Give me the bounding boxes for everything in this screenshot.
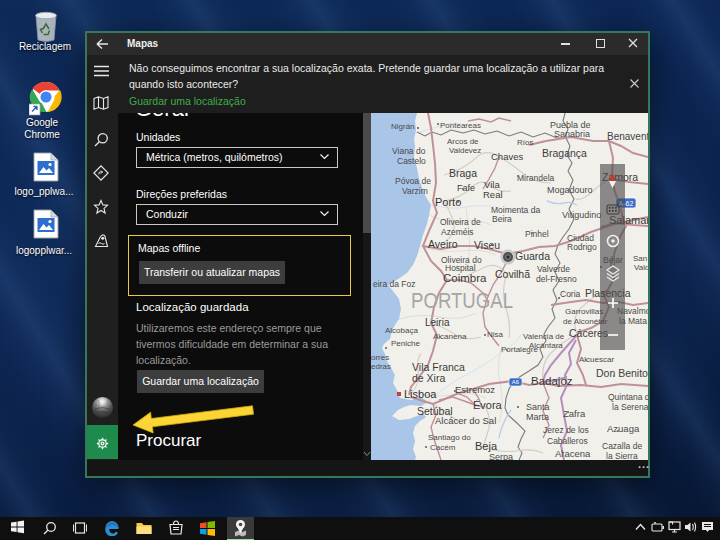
svg-text:Azeméis: Azeméis	[441, 227, 474, 237]
svg-text:Vitigudino: Vitigudino	[562, 210, 601, 220]
svg-text:Alcácer do Sal: Alcácer do Sal	[435, 415, 496, 426]
svg-text:Aveiro: Aveiro	[428, 238, 458, 250]
svg-text:Benavente: Benavente	[607, 131, 648, 142]
svg-text:Alcuescar: Alcuescar	[579, 355, 614, 364]
svg-text:Viseu: Viseu	[474, 239, 500, 251]
svg-text:Fafe: Fafe	[457, 183, 475, 193]
svg-text:Estremoz: Estremoz	[455, 384, 495, 395]
svg-text:Cazalla de: Cazalla de	[602, 441, 642, 451]
svg-text:Beja: Beja	[475, 440, 498, 452]
svg-text:Ríos: Ríos	[517, 138, 533, 147]
svg-text:Chaves: Chaves	[491, 151, 523, 162]
svg-text:Santiago do: Santiago do	[428, 433, 471, 442]
svg-text:Ponteareas: Ponteareas	[440, 121, 481, 130]
svg-text:Peniche: Peniche	[391, 339, 420, 348]
svg-text:Valverde: Valverde	[537, 264, 570, 274]
svg-text:Quintana de: Quintana de	[608, 392, 648, 402]
svg-text:orres: orres	[371, 353, 389, 362]
svg-text:Guarda: Guarda	[515, 250, 550, 262]
svg-text:Castelo: Castelo	[397, 156, 426, 166]
svg-text:San M: San M	[633, 254, 648, 263]
svg-text:Évora: Évora	[473, 399, 503, 411]
svg-text:Alcobaça: Alcobaça	[385, 326, 418, 335]
svg-text:Marta: Marta	[526, 412, 549, 422]
svg-text:Varzim: Varzim	[402, 186, 428, 196]
svg-text:Viana do: Viana do	[392, 146, 426, 156]
svg-text:la Sierra: la Sierra	[606, 451, 638, 460]
svg-text:Real: Real	[483, 189, 503, 200]
svg-text:Cacém: Cacém	[430, 443, 456, 452]
svg-text:Badajoz: Badajoz	[531, 375, 573, 387]
svg-text:Valdevez: Valdevez	[449, 146, 481, 155]
svg-text:Pinhel: Pinhel	[525, 229, 549, 239]
svg-text:Covilhã: Covilhã	[495, 268, 530, 280]
svg-text:Serpa: Serpa	[489, 452, 513, 460]
svg-text:eira da Foz: eira da Foz	[373, 279, 416, 289]
svg-text:Garrovillas: Garrovillas	[565, 307, 603, 316]
svg-text:Valencia de: Valencia de	[523, 332, 565, 341]
svg-text:Santa: Santa	[526, 402, 550, 412]
svg-text:Mirandela: Mirandela	[517, 173, 555, 183]
svg-text:Coria: Coria	[560, 289, 581, 299]
svg-text:del-Fresno: del-Fresno	[536, 274, 577, 284]
svg-text:Arcos de: Arcos de	[447, 137, 479, 146]
svg-text:Oliveira de: Oliveira de	[440, 217, 481, 227]
svg-text:Caballeros: Caballeros	[547, 436, 588, 446]
svg-text:edras: edras	[371, 362, 391, 371]
svg-text:A6: A6	[512, 379, 520, 385]
svg-text:Beira: Beira	[492, 214, 512, 224]
svg-text:Coimbra: Coimbra	[443, 272, 487, 284]
svg-text:Rodrigo: Rodrigo	[567, 242, 597, 252]
svg-text:Leiria: Leiria	[425, 317, 450, 328]
svg-text:PORTUGAL: PORTUGAL	[411, 288, 513, 313]
svg-text:Alcanena: Alcanena	[433, 332, 467, 341]
svg-text:Jerez de los: Jerez de los	[543, 425, 589, 435]
svg-text:Valde: Valde	[634, 263, 648, 272]
svg-text:Bragança: Bragança	[542, 147, 587, 159]
svg-text:Zafra: Zafra	[563, 408, 586, 419]
svg-text:la Serena: la Serena	[612, 402, 648, 412]
svg-text:Aracena: Aracena	[555, 448, 591, 459]
svg-text:Braga: Braga	[449, 167, 477, 179]
svg-text:Póvoa de: Póvoa de	[395, 176, 431, 186]
svg-text:Nigrán: Nigrán	[391, 122, 415, 131]
svg-text:Don Benito: Don Benito	[596, 367, 648, 379]
svg-text:Mogadouro: Mogadouro	[547, 185, 593, 195]
svg-text:Sanabria: Sanabria	[554, 129, 590, 139]
svg-text:Lisboa: Lisboa	[404, 388, 437, 400]
svg-text:de Xira: de Xira	[412, 372, 445, 384]
svg-text:Azuaga: Azuaga	[607, 423, 640, 434]
svg-text:Nisa: Nisa	[487, 330, 504, 339]
